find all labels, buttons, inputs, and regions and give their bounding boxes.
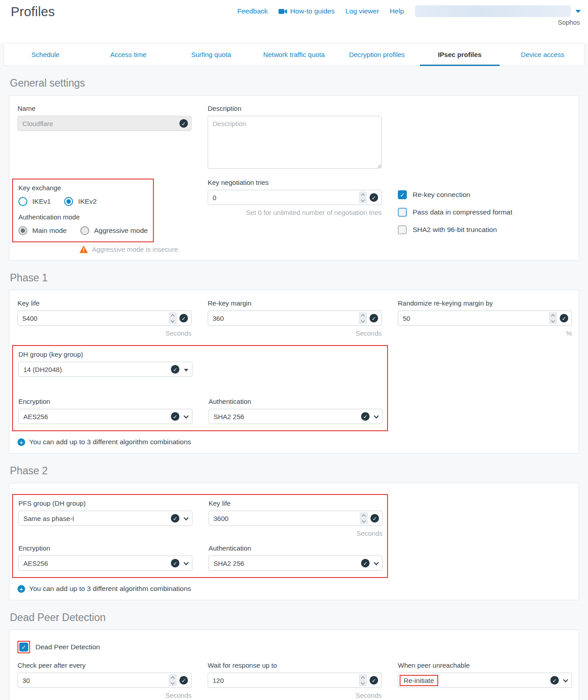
negotiation-input[interactable] — [208, 190, 382, 205]
dpd-enable-label: Dead Peer Detection — [35, 643, 100, 651]
unit-label: Seconds — [17, 691, 192, 699]
radio-ikev1[interactable]: IKEv1 — [18, 197, 51, 206]
check-peer-group: Check peer after every ✓ Seconds — [17, 661, 192, 699]
pfs-group-select[interactable]: Same as phase-I ✓ — [18, 511, 192, 526]
authentication-value: SHA2 256 — [213, 560, 244, 567]
account-menu[interactable] — [415, 5, 581, 17]
check-peer-input[interactable] — [17, 673, 192, 688]
peer-unreachable-select[interactable]: Re-initiate ✓ — [398, 673, 572, 688]
main-content: General settings Name ✓ Description Key … — [0, 77, 588, 700]
phase1-encryption-select[interactable]: AES256 ✓ — [18, 409, 192, 424]
phase1-key-life-input[interactable] — [17, 311, 192, 326]
number-stepper[interactable] — [359, 674, 367, 687]
dh-group-select[interactable]: 14 (DH2048) ✓ — [18, 362, 192, 377]
phase1-encryption-field: Encryption AES256 ✓ — [18, 398, 192, 424]
phase2-key-life-input[interactable] — [209, 511, 383, 526]
chevron-down-icon — [563, 677, 568, 682]
plus-icon: + — [17, 438, 25, 446]
auth-mode-label: Authentication mode — [18, 213, 148, 221]
number-stepper[interactable] — [360, 512, 368, 525]
key-exchange-column: Key exchange IKEv1 IKEv2 Authentication … — [17, 179, 192, 253]
radio-aggressive-mode[interactable]: Aggressive mode — [80, 226, 148, 235]
randomize-input[interactable] — [398, 311, 572, 326]
tab-surfing-quota[interactable]: Surfing quota — [170, 44, 253, 66]
radio-ikev1-label: IKEv1 — [32, 197, 51, 206]
authentication-label: Authentication — [209, 544, 383, 552]
general-options-column: ✓ Re-key connection Pass data in compres… — [398, 179, 572, 253]
negotiation-help-text: Set 0 for unlimited number of negotiatio… — [208, 209, 382, 216]
number-stepper[interactable] — [549, 312, 557, 324]
general-settings-card: Name ✓ Description Key exchange — [9, 95, 579, 261]
phase1-add-note-text: You can add up to 3 different algorithm … — [29, 438, 191, 446]
key-exchange-highlight-box: Key exchange IKEv1 IKEv2 Authentication … — [12, 179, 154, 242]
rekey-connection-checkbox[interactable]: ✓ Re-key connection — [398, 190, 572, 199]
phase2-authentication-select[interactable]: SHA2 256 ✓ — [209, 556, 383, 571]
radio-selected-icon — [64, 197, 73, 206]
phase2-encryption-select[interactable]: AES256 ✓ — [18, 556, 192, 571]
valid-check-icon: ✓ — [171, 412, 179, 421]
pfs-group-label: PFS group (DH group) — [18, 499, 192, 507]
log-viewer-label: Log viewer — [345, 7, 379, 15]
howto-guides-link[interactable]: How-to guides — [279, 7, 335, 15]
compressed-format-label: Pass data in compressed format — [413, 208, 512, 216]
phase2-algorithms-highlight-box: PFS group (DH group) Same as phase-I ✓ K… — [12, 494, 388, 578]
number-stepper[interactable] — [359, 312, 367, 324]
tab-decryption-profiles[interactable]: Decryption profiles — [335, 44, 418, 66]
video-icon — [279, 9, 287, 14]
number-stepper[interactable] — [359, 192, 367, 204]
tab-schedule[interactable]: Schedule — [4, 44, 87, 66]
dropdown-triangle-icon — [184, 369, 188, 372]
radio-icon — [18, 197, 27, 206]
phase2-authentication-field: Authentication SHA2 256 ✓ — [209, 544, 383, 571]
number-stepper[interactable] — [169, 674, 177, 687]
tab-network-traffic-quota[interactable]: Network traffic quota — [253, 44, 335, 66]
negotiation-label: Key negotiation tries — [208, 179, 382, 186]
rekey-margin-input[interactable] — [208, 311, 382, 326]
unit-label: Seconds — [208, 691, 382, 699]
wait-response-label: Wait for response up to — [208, 661, 382, 669]
phase1-key-life-group: Key life ✓ Seconds — [17, 299, 192, 337]
warning-icon — [79, 245, 88, 253]
description-input[interactable] — [208, 116, 382, 169]
name-input[interactable] — [17, 116, 192, 131]
feedback-link[interactable]: Feedback — [237, 7, 268, 15]
peer-unreachable-label: When peer unreachable — [398, 661, 572, 669]
key-life-label: Key life — [17, 299, 192, 307]
howto-guides-label: How-to guides — [290, 7, 335, 15]
checkbox-checked-icon: ✓ — [398, 190, 407, 199]
valid-check-icon: ✓ — [171, 365, 179, 374]
checkbox-icon — [398, 208, 407, 217]
phase1-authentication-select[interactable]: SHA2 256 ✓ — [209, 409, 383, 424]
phase1-add-combination[interactable]: + You can add up to 3 different algorith… — [17, 438, 571, 446]
wait-response-input[interactable] — [208, 673, 382, 688]
plus-icon: + — [17, 585, 25, 593]
chevron-down-icon — [374, 560, 379, 565]
chevron-down-icon — [374, 413, 379, 418]
tab-access-time[interactable]: Access time — [87, 44, 170, 66]
valid-check-icon: ✓ — [179, 676, 188, 685]
tab-device-access[interactable]: Device access — [501, 44, 584, 66]
tab-ipsec-profiles[interactable]: IPsec profiles — [418, 44, 501, 66]
sha2-truncation-checkbox[interactable]: SHA2 with 96-bit truncation — [398, 225, 572, 234]
page-header: Profiles Feedback How-to guides Log view… — [0, 0, 588, 43]
help-label: Help — [390, 7, 404, 15]
pfs-group-field: PFS group (DH group) Same as phase-I ✓ — [18, 499, 192, 537]
help-link[interactable]: Help — [390, 7, 404, 15]
check-peer-label: Check peer after every — [17, 661, 192, 669]
encryption-value: AES256 — [23, 413, 48, 420]
radio-main-mode-label: Main mode — [32, 227, 67, 235]
peer-unreachable-value-highlight: Re-initiate — [400, 675, 438, 686]
phase2-add-combination[interactable]: + You can add up to 3 different algorith… — [17, 585, 571, 593]
compressed-format-checkbox[interactable]: Pass data in compressed format — [398, 208, 572, 217]
valid-check-icon: ✓ — [560, 314, 568, 323]
radio-main-mode[interactable]: Main mode — [18, 226, 67, 235]
radio-ikev2[interactable]: IKEv2 — [64, 197, 96, 206]
unit-label: Seconds — [17, 329, 192, 337]
log-viewer-link[interactable]: Log viewer — [345, 7, 379, 15]
dpd-enable-checkbox[interactable]: ✓ Dead Peer Detection — [17, 641, 571, 653]
unit-label: % — [398, 329, 572, 337]
dh-group-field: DH group (key group) 14 (DH2048) ✓ — [18, 350, 192, 377]
name-label: Name — [17, 105, 192, 112]
general-settings-heading: General settings — [10, 77, 579, 89]
number-stepper[interactable] — [169, 312, 177, 324]
